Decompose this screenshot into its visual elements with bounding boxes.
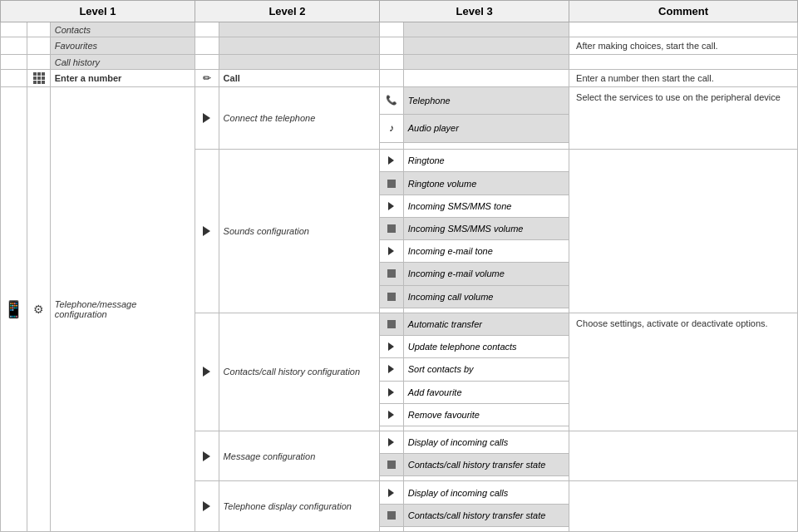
callhist-icon1 (1, 55, 27, 70)
incoming-call-volume-label: Incoming call volume (403, 285, 569, 308)
arrow-right-icon-9 (380, 481, 403, 503)
gear-icon: ⚙ (27, 303, 49, 316)
contacts-config-arrow-icon (195, 313, 219, 431)
grid-icon (27, 70, 49, 86)
sounds-config-label: Sounds configuration (219, 223, 379, 239)
fav-l3 (403, 37, 569, 55)
block-icon-7 (380, 505, 403, 526)
connect-arrow-cell (195, 87, 219, 150)
fav-l2-arrow (195, 37, 219, 55)
col-icon-1 (1, 22, 27, 37)
sounds-arrow-cell (195, 150, 219, 313)
arrow-right-icon-2 (380, 195, 403, 217)
display-incoming2-icon (380, 481, 404, 504)
arrow-right-icon-7 (380, 404, 403, 426)
block-icon-5 (380, 313, 403, 335)
header-row: Level 1 Level 2 Level 3 Comment (1, 1, 798, 22)
arrow-right-icon-3 (380, 240, 403, 262)
tel-display-comment (569, 481, 798, 532)
header-level2: Level 2 (195, 1, 379, 22)
header-comment: Comment (569, 1, 798, 22)
gear-icon-cell: ⚙ (27, 87, 50, 532)
ringtone-volume-label: Ringtone volume (403, 172, 569, 195)
phone-symbol: 📱 (1, 87, 27, 531)
sort-contacts-icon (380, 358, 404, 381)
music-note-icon: ♪ (380, 115, 403, 143)
connect-arrow-icon (195, 87, 219, 149)
email-tone-icon (380, 240, 404, 263)
contacts-config-l2-label: Contacts/call history configuration (219, 363, 379, 380)
enter-icon2 (27, 70, 50, 87)
col-icon-2 (27, 22, 50, 37)
sounds-config-cell: Sounds configuration (219, 150, 379, 313)
sort-contacts-label: Sort contacts by (403, 358, 569, 381)
favourites-label: Favourites (50, 37, 195, 55)
connect-l2-cell: Connect the telephone (219, 87, 379, 150)
contacts-config-comment-text: Choose settings, activate or deactivate … (569, 313, 797, 334)
add-favourite-label: Add favourite (403, 381, 569, 403)
callhist-l2 (219, 55, 379, 70)
fav-comment: After making choices, start the call. (569, 37, 798, 55)
fav-icon2 (27, 37, 50, 55)
call-l2-label: Call (219, 70, 379, 87)
call-history-label: Call history (50, 55, 195, 70)
tel-display-l2-cell: Telephone display configuration (219, 481, 379, 532)
callhist-comment (569, 55, 798, 70)
connect-comment-text: Select the services to use on the periph… (569, 87, 797, 108)
remove-fav-icon (380, 403, 404, 426)
call-l3 (403, 70, 569, 87)
header-level1: Level 1 (1, 1, 195, 22)
fav-icon1 (1, 37, 27, 55)
incoming-email-tone-label: Incoming e-mail tone (403, 240, 569, 263)
message-config-arrow-cell (195, 431, 219, 480)
call-l2-arrow: ✏ (195, 70, 219, 87)
tel-display-empty-l3 (403, 527, 569, 532)
message-config-l2-label: Message configuration (219, 448, 379, 465)
connect-empty-l3 (403, 143, 569, 150)
auto-transfer-icon (380, 313, 404, 335)
call-vol-icon (380, 285, 404, 308)
phone-config-label-cell: Telephone/message configuration (50, 87, 195, 532)
phone-config-label: Telephone/message configuration (51, 296, 195, 323)
tel-display-arrow-icon (195, 481, 219, 531)
phone-icon-cell: 📱 (1, 87, 27, 532)
pencil-icon: ✏ (195, 70, 219, 86)
connect-comment-cell: Select the services to use on the periph… (569, 87, 798, 150)
phone-small-icon: 📞 (380, 87, 403, 114)
incoming-sms-tone-label: Incoming SMS/MMS tone (403, 195, 569, 217)
message-config-arrow-icon (195, 431, 219, 480)
contacts-history-transfer1-label: Contacts/call history transfer state (403, 454, 569, 476)
telephone-l3-icon: 📞 (380, 87, 404, 115)
message-comment (569, 431, 798, 480)
sms-vol-icon (380, 217, 404, 239)
contacts-label: Contacts (50, 22, 195, 37)
block-icon-4 (380, 286, 403, 308)
callhist-l3 (403, 55, 569, 70)
enter-number-label: Enter a number (50, 70, 195, 87)
transfer1-icon (380, 454, 404, 476)
contacts-config-l2-cell: Contacts/call history configuration (219, 313, 379, 431)
tel-display-arrow-cell (195, 481, 219, 532)
display-incoming-calls2-label: Display of incoming calls (403, 481, 569, 504)
fav-l2 (219, 37, 379, 55)
arrow-right-icon-1 (380, 150, 403, 171)
ringtone-l3-icon (380, 150, 404, 172)
callhist-l2-arrow (195, 55, 219, 70)
remove-favourite-label: Remove favourite (403, 403, 569, 426)
block-icon-1 (380, 172, 403, 194)
arrow-right-icon-8 (380, 431, 403, 453)
table-row-favourites: Favourites After making choices, start t… (1, 37, 798, 55)
display-incoming1-icon (380, 431, 404, 453)
update-contacts-label: Update telephone contacts (403, 336, 569, 358)
tel-display-empty-icon (380, 527, 404, 532)
call-comment: Enter a number then start the call. (569, 70, 798, 87)
sms-tone-icon (380, 195, 404, 217)
audio-l3-icon: ♪ (380, 114, 404, 143)
table-row-enter-number: Enter a number ✏ Call Enter a number the… (1, 70, 798, 87)
contacts-config-arrow-cell (195, 313, 219, 431)
message-config-l2-cell: Message configuration (219, 431, 379, 480)
incoming-email-volume-label: Incoming e-mail volume (403, 263, 569, 285)
callhist-l3-arrow (380, 55, 404, 70)
sounds-comment (569, 150, 798, 313)
contacts-l2-arrow (195, 22, 219, 37)
